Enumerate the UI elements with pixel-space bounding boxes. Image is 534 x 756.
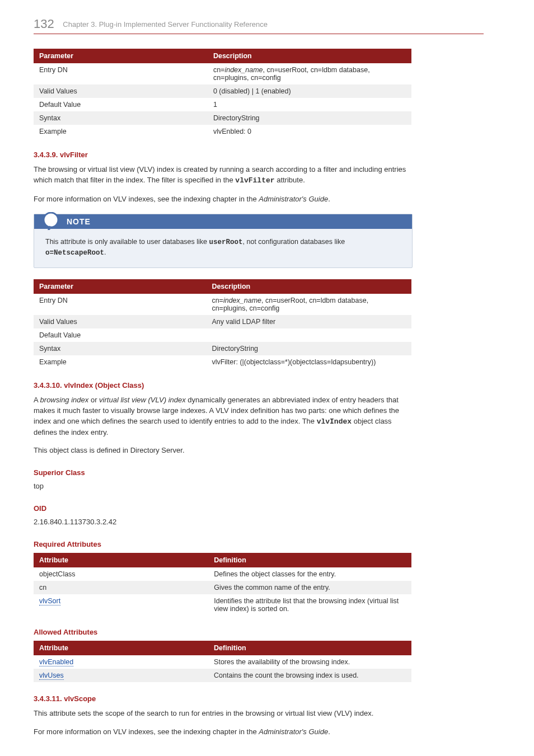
link-vlvuses[interactable]: vlvUses bbox=[39, 672, 64, 680]
table-row: Syntax DirectoryString bbox=[34, 342, 411, 355]
th-parameter: Parameter bbox=[34, 49, 208, 63]
cell-param: Syntax bbox=[34, 342, 206, 355]
table-row: Default Value 1 bbox=[34, 98, 411, 111]
note-body: This attribute is only available to user… bbox=[34, 229, 412, 268]
heading-oid: OID bbox=[34, 504, 484, 513]
table-row: Example vlvEnbled: 0 bbox=[34, 125, 411, 138]
cell-desc: Any valid LDAP filter bbox=[206, 315, 411, 328]
cell-definition: Gives the common name of the entry. bbox=[208, 581, 411, 594]
table-row: Default Value bbox=[34, 328, 411, 342]
link-vlvsort[interactable]: vlvSort bbox=[39, 597, 60, 605]
page-header: 132 Chapter 3. Plug-in Implemented Serve… bbox=[34, 17, 484, 34]
cell-attribute: vlvSort bbox=[34, 594, 208, 616]
value-oid: 2.16.840.1.113730.3.2.42 bbox=[34, 517, 411, 528]
cell-desc: cn=index_name, cn=userRoot, cn=ldbm data… bbox=[206, 294, 411, 315]
table-row: Example vlvFilter: (|(objectclass=*)(obj… bbox=[34, 355, 411, 369]
note-title-bar: NOTE bbox=[34, 214, 412, 229]
section-heading-vlvindex: 3.4.3.10. vlvIndex (Object Class) bbox=[34, 381, 484, 389]
page-number: 132 bbox=[34, 17, 54, 31]
cell-param: Syntax bbox=[34, 111, 208, 125]
paragraph: The browsing or virtual list view (VLV) … bbox=[34, 165, 411, 186]
cell-desc: 1 bbox=[208, 98, 411, 111]
paragraph: For more information on VLV indexes, see… bbox=[34, 194, 411, 205]
cell-desc: cn=index_name, cn=userRoot, cn=ldbm data… bbox=[208, 63, 411, 84]
cell-attribute: cn bbox=[34, 581, 208, 594]
th-description: Description bbox=[206, 279, 411, 294]
th-parameter: Parameter bbox=[34, 279, 206, 294]
svg-point-0 bbox=[44, 213, 58, 227]
cell-param: Valid Values bbox=[34, 84, 208, 98]
heading-allowed-attributes: Allowed Attributes bbox=[34, 628, 484, 636]
cell-definition: Stores the availability of the browsing … bbox=[208, 655, 411, 669]
note-icon bbox=[40, 212, 62, 230]
cell-attribute: objectClass bbox=[34, 567, 208, 581]
heading-superior-class: Superior Class bbox=[34, 468, 484, 477]
table-row: cn Gives the common name of the entry. bbox=[34, 581, 411, 594]
cell-attribute: vlvUses bbox=[34, 669, 208, 682]
cell-param: Default Value bbox=[34, 98, 208, 111]
heading-required-attributes: Required Attributes bbox=[34, 540, 484, 548]
section-heading-vlvscope: 3.4.3.11. vlvScope bbox=[34, 694, 484, 703]
cell-desc: DirectoryString bbox=[206, 342, 411, 355]
paragraph: This attribute sets the scope of the sea… bbox=[34, 708, 411, 719]
note-callout: NOTE This attribute is only available to… bbox=[34, 214, 413, 269]
paragraph: For more information on VLV indexes, see… bbox=[34, 727, 411, 738]
link-vlvenabled[interactable]: vlvEnabled bbox=[39, 658, 73, 666]
table-row: objectClass Defines the object classes f… bbox=[34, 567, 411, 581]
parameter-table-vlvenabled: Parameter Description Entry DN cn=index_… bbox=[34, 49, 411, 138]
cell-param: Entry DN bbox=[34, 63, 208, 84]
required-attributes-table: Attribute Definition objectClass Defines… bbox=[34, 553, 411, 616]
parameter-table-vlvfilter: Parameter Description Entry DN cn=index_… bbox=[34, 279, 411, 369]
table-row: Valid Values 0 (disabled) | 1 (enabled) bbox=[34, 84, 411, 98]
cell-attribute: vlvEnabled bbox=[34, 655, 208, 669]
table-row: vlvEnabled Stores the availability of th… bbox=[34, 655, 411, 669]
cell-desc bbox=[206, 328, 411, 342]
cell-param: Example bbox=[34, 125, 208, 138]
value-superior-class: top bbox=[34, 481, 411, 492]
allowed-attributes-table: Attribute Definition vlvEnabled Stores t… bbox=[34, 641, 411, 682]
section-heading-vlvfilter: 3.4.3.9. vlvFilter bbox=[34, 151, 484, 159]
cell-desc: DirectoryString bbox=[208, 111, 411, 125]
table-row: Syntax DirectoryString bbox=[34, 111, 411, 125]
cell-param: Valid Values bbox=[34, 315, 206, 328]
cell-desc: vlvFilter: (|(objectclass=*)(objectclass… bbox=[206, 355, 411, 369]
th-attribute: Attribute bbox=[34, 641, 208, 655]
th-description: Description bbox=[208, 49, 411, 63]
cell-definition: Contains the count the browsing index is… bbox=[208, 669, 411, 682]
page-container: 132 Chapter 3. Plug-in Implemented Serve… bbox=[0, 0, 534, 756]
cell-definition: Defines the object classes for the entry… bbox=[208, 567, 411, 581]
cell-definition: Identifies the attribute list that the b… bbox=[208, 594, 411, 616]
table-row: vlvSort Identifies the attribute list th… bbox=[34, 594, 411, 616]
cell-desc: vlvEnbled: 0 bbox=[208, 125, 411, 138]
th-definition: Definition bbox=[208, 641, 411, 655]
note-title: NOTE bbox=[67, 217, 91, 226]
paragraph: This object class is defined in Director… bbox=[34, 445, 411, 456]
cell-param: Entry DN bbox=[34, 294, 206, 315]
table-row: vlvUses Contains the count the browsing … bbox=[34, 669, 411, 682]
th-attribute: Attribute bbox=[34, 553, 208, 567]
cell-param: Default Value bbox=[34, 328, 206, 342]
paragraph: A browsing index or virtual list view (V… bbox=[34, 395, 411, 438]
cell-param: Example bbox=[34, 355, 206, 369]
table-row: Entry DN cn=index_name, cn=userRoot, cn=… bbox=[34, 63, 411, 84]
cell-desc: 0 (disabled) | 1 (enabled) bbox=[208, 84, 411, 98]
table-row: Entry DN cn=index_name, cn=userRoot, cn=… bbox=[34, 294, 411, 315]
chapter-title: Chapter 3. Plug-in Implemented Server Fu… bbox=[63, 20, 268, 29]
table-row: Valid Values Any valid LDAP filter bbox=[34, 315, 411, 328]
th-definition: Definition bbox=[208, 553, 411, 567]
